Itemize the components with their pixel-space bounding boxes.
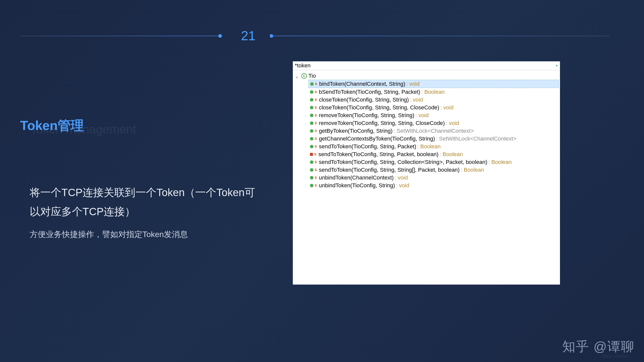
- method-item[interactable]: ScloseToken(TioConfig, String, String, C…: [308, 104, 559, 111]
- return-type: : SetWithLock<ChannelContext>: [436, 135, 516, 142]
- method-signature: unbindToken(TioConfig, String): [319, 182, 395, 189]
- method-visibility-icon: [310, 168, 313, 172]
- return-type: : Boolean: [461, 167, 484, 173]
- method-visibility-icon: [310, 153, 313, 156]
- search-header: *token ▾: [293, 61, 560, 70]
- header-line-right: [270, 36, 609, 36]
- expand-icon[interactable]: ⌄: [295, 73, 300, 79]
- static-modifier-icon: S: [315, 160, 317, 164]
- return-type: : void: [406, 81, 420, 87]
- header-dot-left: [218, 34, 222, 38]
- return-type: : void: [440, 104, 454, 111]
- static-modifier-icon: S: [315, 90, 317, 94]
- return-type: : Boolean: [439, 151, 463, 158]
- static-modifier-icon: S: [315, 145, 317, 148]
- method-signature: removeToken(TioConfig, String, String): [319, 112, 414, 119]
- method-list: SbindToken(ChannelContext, String) : voi…: [308, 80, 559, 189]
- return-type: : Boolean: [417, 143, 441, 150]
- class-icon: C: [301, 73, 307, 79]
- method-item[interactable]: SsendToToken(TioConfig, String, String[]…: [308, 166, 559, 174]
- method-visibility-icon: [310, 176, 313, 179]
- return-type: : void: [446, 120, 459, 126]
- method-item[interactable]: SbindToken(ChannelContext, String) : voi…: [308, 80, 559, 88]
- description-main: 将一个TCP连接关联到一个Token（一个Token可以对应多个TCP连接）: [30, 183, 256, 221]
- static-modifier-icon: S: [315, 184, 317, 187]
- search-input[interactable]: *token: [295, 62, 555, 69]
- class-tree-node[interactable]: ⌄ C Tio: [294, 72, 559, 80]
- method-signature: getChannelContextsByToken(TioConfig, Str…: [319, 135, 435, 142]
- return-type: : Boolean: [421, 89, 445, 95]
- method-visibility-icon: [310, 160, 313, 164]
- method-item[interactable]: SremoveToken(TioConfig, String, String) …: [308, 111, 559, 119]
- method-visibility-icon: [310, 184, 313, 187]
- method-item[interactable]: SunbindToken(ChannelContext) : void: [308, 174, 559, 182]
- return-type: : void: [396, 182, 409, 189]
- return-type: : void: [415, 112, 429, 119]
- method-item[interactable]: SremoveToken(TioConfig, String, String, …: [308, 119, 559, 127]
- method-signature: sendToToken(TioConfig, String, Packet): [319, 143, 416, 150]
- method-signature: sendToToken(TioConfig, String, Collectio…: [319, 159, 487, 165]
- method-signature: getByToken(TioConfig, String): [319, 128, 393, 134]
- method-visibility-icon: [310, 145, 313, 148]
- class-name: Tio: [308, 73, 316, 79]
- watermark: 知乎 @谭聊: [562, 338, 634, 355]
- method-signature: closeToken(TioConfig, String, String, Cl…: [319, 104, 439, 111]
- method-signature: closeToken(TioConfig, String, String): [319, 97, 409, 103]
- return-type: : void: [410, 97, 423, 103]
- static-modifier-icon: S: [315, 82, 317, 86]
- method-item[interactable]: SsendToToken(TioConfig, String, Packet, …: [308, 150, 559, 158]
- watermark-url: https://www...: [601, 353, 631, 359]
- static-modifier-icon: S: [315, 137, 317, 141]
- outline-tree: ⌄ C Tio SbindToken(ChannelContext, Strin…: [293, 70, 560, 191]
- header-line-left: [20, 36, 219, 36]
- method-item[interactable]: SbSendToToken(TioConfig, String, Packet)…: [308, 88, 559, 96]
- method-signature: removeToken(TioConfig, String, String, C…: [319, 120, 445, 126]
- static-modifier-icon: S: [315, 106, 317, 109]
- method-visibility-icon: [310, 98, 313, 102]
- static-modifier-icon: S: [315, 121, 317, 125]
- method-visibility-icon: [310, 106, 313, 109]
- static-modifier-icon: S: [315, 98, 317, 102]
- method-visibility-icon: [310, 90, 313, 94]
- return-type: : void: [395, 174, 408, 181]
- method-item[interactable]: SunbindToken(TioConfig, String) : void: [308, 182, 559, 189]
- method-item[interactable]: SsendToToken(TioConfig, String, Packet) …: [308, 143, 559, 150]
- ide-outline-panel: *token ▾ ⌄ C Tio SbindToken(ChannelConte…: [293, 61, 560, 285]
- method-item[interactable]: SgetByToken(TioConfig, String) : SetWith…: [308, 127, 559, 135]
- title-block: Token management Token管理: [20, 117, 84, 134]
- method-item[interactable]: SgetChannelContextsByToken(TioConfig, St…: [308, 135, 559, 143]
- page-number: 21: [241, 28, 256, 43]
- description-block: 将一个TCP连接关联到一个Token（一个Token可以对应多个TCP连接） 方…: [30, 183, 256, 240]
- method-visibility-icon: [310, 121, 313, 125]
- static-modifier-icon: S: [315, 129, 317, 133]
- return-type: : Boolean: [488, 159, 512, 165]
- method-signature: bSendToToken(TioConfig, String, Packet): [319, 89, 420, 95]
- static-modifier-icon: S: [315, 168, 317, 172]
- method-signature: sendToToken(TioConfig, String, Packet, b…: [318, 151, 438, 158]
- method-signature: unbindToken(ChannelContext): [319, 174, 394, 181]
- method-visibility-icon: [310, 137, 313, 141]
- static-modifier-icon: S: [315, 176, 317, 179]
- method-visibility-icon: [310, 114, 313, 117]
- static-modifier-icon: S: [315, 113, 317, 117]
- method-visibility-icon: [310, 129, 313, 133]
- method-visibility-icon: [310, 82, 314, 86]
- static-modifier-icon: S: [314, 152, 316, 156]
- method-signature: bindToken(ChannelContext, String): [319, 81, 405, 87]
- method-item[interactable]: ScloseToken(TioConfig, String, String) :…: [308, 96, 559, 104]
- return-type: : SetWithLock<ChannelContext>: [393, 128, 474, 134]
- description-sub: 方便业务快捷操作，譬如对指定Token发消息: [30, 229, 256, 240]
- method-signature: sendToToken(TioConfig, String, String[],…: [319, 167, 460, 173]
- title-main: Token管理: [20, 117, 84, 134]
- method-item[interactable]: SsendToToken(TioConfig, String, Collecti…: [308, 158, 559, 166]
- dropdown-icon[interactable]: ▾: [555, 63, 558, 68]
